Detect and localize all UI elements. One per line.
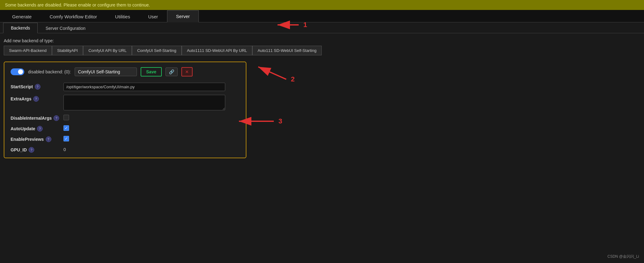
autoupdate-help-icon[interactable]: ? [37, 126, 43, 132]
card-title: disabled backend: (0): [28, 69, 71, 74]
gpu-id-label-text: GPU_ID [11, 147, 27, 152]
extraargs-row: ExtraArgs ? [11, 95, 240, 110]
enablepreviews-label-text: EnablePreviews [11, 137, 44, 142]
form-section: StartScript ? ExtraArgs ? DisableInterna… [11, 83, 240, 153]
gpu-id-help-icon[interactable]: ? [29, 147, 34, 153]
startscript-input[interactable] [63, 83, 225, 91]
card-header: disabled backend: (0): Save 🔗 ✕ [11, 67, 240, 76]
tab-server[interactable]: Server [167, 10, 199, 22]
tab-user[interactable]: User [139, 11, 167, 22]
top-nav: Generate Comfy Workflow Editor Utilities… [0, 10, 644, 22]
add-backend-label: Add new backend of type: [4, 38, 640, 43]
startscript-help-icon[interactable]: ? [35, 84, 40, 90]
tab-server-configuration[interactable]: Server Configuration [38, 23, 93, 33]
extraargs-help-icon[interactable]: ? [33, 96, 39, 102]
startscript-label-text: StartScript [11, 84, 33, 89]
gpu-id-value: 0 [63, 146, 66, 152]
watermark: CSDN @金闪闪_Li [607, 254, 639, 259]
gpu-id-row: GPU_ID ? 0 [11, 146, 240, 153]
backend-type-comfyui-self-starting[interactable]: ComfyUI Self-Starting [132, 46, 182, 55]
main-content: Add new backend of type: Swarm-API-Backe… [0, 33, 644, 163]
disableinternalargs-checkbox[interactable] [63, 115, 69, 120]
backend-type-stabilityapi[interactable]: StabilityAPI [52, 46, 83, 55]
disableinternalargs-label-text: DisableInternalArgs [11, 116, 52, 121]
tab-comfy-workflow-editor[interactable]: Comfy Workflow Editor [41, 11, 106, 22]
extraargs-input[interactable] [63, 95, 225, 110]
backend-types-row: Swarm-API-Backend StabilityAPI ComfyUI A… [4, 46, 640, 55]
gpu-id-label: GPU_ID ? [11, 146, 60, 153]
backend-type-auto111-self-starting[interactable]: Auto111 SD-WebUI Self-Starting [252, 46, 322, 55]
backend-card: disabled backend: (0): Save 🔗 ✕ StartScr… [4, 62, 246, 158]
backend-name-input[interactable] [75, 67, 137, 76]
backend-type-auto1111-api-url[interactable]: Auto1111 SD-WebUI API By URL [182, 46, 252, 55]
tab-generate[interactable]: Generate [3, 11, 41, 22]
autoupdate-row: AutoUpdate ? [11, 125, 240, 132]
startscript-row: StartScript ? [11, 83, 240, 91]
x-icon: ✕ [185, 69, 189, 74]
enablepreviews-label: EnablePreviews ? [11, 135, 60, 142]
disableinternalargs-help-icon[interactable]: ? [54, 115, 59, 121]
tab-backends[interactable]: Backends [3, 23, 38, 33]
extraargs-label: ExtraArgs ? [11, 95, 60, 102]
toggle-track [11, 68, 24, 75]
save-button[interactable]: Save [141, 67, 162, 76]
autoupdate-label-text: AutoUpdate [11, 126, 35, 131]
disableinternalargs-label: DisableInternalArgs ? [11, 114, 60, 121]
startscript-label: StartScript ? [11, 83, 60, 90]
tab-utilities[interactable]: Utilities [106, 11, 139, 22]
extraargs-label-text: ExtraArgs [11, 96, 31, 101]
backend-toggle[interactable] [11, 68, 24, 75]
autoupdate-checkbox[interactable] [63, 125, 69, 131]
warning-banner: Some backends are disabled. Please enabl… [0, 0, 644, 10]
toggle-thumb [18, 69, 23, 74]
enablepreviews-checkbox[interactable] [63, 136, 69, 141]
backend-type-comfyui-api-url[interactable]: ComfyUI API By URL [83, 46, 132, 55]
enablepreviews-row: EnablePreviews ? [11, 135, 240, 142]
secondary-nav: Backends Server Configuration [0, 22, 644, 33]
delete-button[interactable]: ✕ [181, 67, 193, 76]
autoupdate-label: AutoUpdate ? [11, 125, 60, 132]
backend-type-swarm-api[interactable]: Swarm-API-Backend [4, 46, 52, 55]
link-icon: 🔗 [169, 69, 174, 74]
warning-text: Some backends are disabled. Please enabl… [5, 2, 150, 7]
enablepreviews-help-icon[interactable]: ? [46, 136, 51, 142]
disableinternalargs-row: DisableInternalArgs ? [11, 114, 240, 121]
link-icon-button[interactable]: 🔗 [166, 67, 178, 76]
